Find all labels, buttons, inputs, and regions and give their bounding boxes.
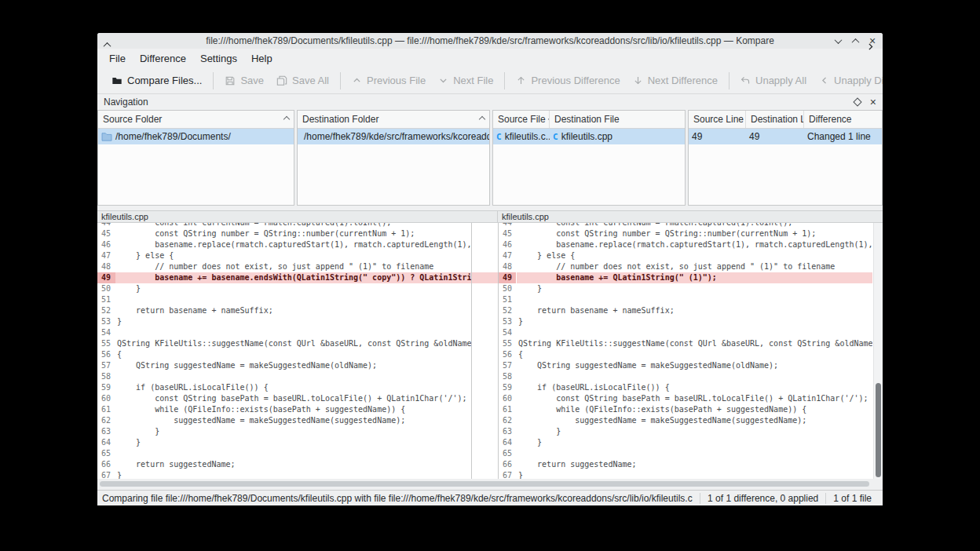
code-line <box>517 327 872 338</box>
line-number: 44 <box>97 223 115 228</box>
previous-file-button[interactable]: Previous File <box>346 71 432 90</box>
line-number: 58 <box>499 371 516 382</box>
cpp-file-icon: C <box>553 132 558 142</box>
line-number: 46 <box>97 239 115 250</box>
previous-difference-button[interactable]: Previous Difference <box>510 71 626 90</box>
source-line-column-header[interactable]: Source Line <box>689 111 746 128</box>
destination-folder-row[interactable]: /home/fhek789/kde/src/frameworks/kcoread… <box>298 129 489 144</box>
horizontal-scrollbar-thumb[interactable] <box>100 481 869 487</box>
code-line: const QString number = QString::number(c… <box>115 228 471 239</box>
compare-files-button[interactable]: Compare Files... <box>105 71 208 90</box>
code-line: return suggestedName; <box>517 459 872 470</box>
line-number: 60 <box>499 393 516 404</box>
line-number: 65 <box>499 448 516 459</box>
toolbar-separator <box>340 72 341 89</box>
line-number: 56 <box>97 349 115 360</box>
menu-settings[interactable]: Settings <box>193 50 244 67</box>
right-code: const int currentNum = rmatch.captured(1… <box>517 223 872 479</box>
menu-difference[interactable]: Difference <box>133 50 193 67</box>
line-number: 67 <box>499 470 516 479</box>
line-number: 61 <box>97 404 115 415</box>
source-folder-column-header[interactable]: Source Folder <box>98 111 294 128</box>
line-number: 54 <box>97 327 115 338</box>
source-file-column-header[interactable]: Source File <box>493 111 550 128</box>
unapply-difference-button[interactable]: Unapply Difference <box>813 71 883 90</box>
save-all-button[interactable]: Save All <box>270 71 335 90</box>
window-title: file:///home/fhek789/Documents/kfileutil… <box>97 35 883 46</box>
unapply-all-button[interactable]: Unapply All <box>734 71 813 90</box>
file-row[interactable]: C kfileutils.c... C kfileutils.cpp <box>493 129 685 144</box>
source-folder-row[interactable]: /home/fhek789/Documents/ <box>98 129 294 144</box>
code-line: if (baseURL.isLocalFile()) { <box>115 382 471 393</box>
difference-column-header[interactable]: Difference <box>804 111 882 128</box>
line-number: 65 <box>97 448 115 459</box>
code-line <box>115 448 471 459</box>
line-number: 62 <box>97 415 115 426</box>
line-number: 49 <box>499 272 516 283</box>
toolbar-button-label: Previous File <box>367 75 426 86</box>
navigation-panels: Source Folder /home/fhek789/Documents/ D… <box>97 110 883 206</box>
left-pane-title: kfileutils.cpp <box>97 211 498 222</box>
destination-folder-column-header[interactable]: Destination Folder <box>298 111 489 128</box>
dock-close-button[interactable]: × <box>870 97 876 108</box>
code-line: } <box>517 316 872 327</box>
close-icon: × <box>870 96 876 108</box>
code-line <box>517 294 872 305</box>
menu-help[interactable]: Help <box>244 50 280 67</box>
code-line: while (QFileInfo::exists(basePath + sugg… <box>115 404 471 415</box>
vertical-scrollbar[interactable] <box>873 223 883 479</box>
right-gutter: 4445464748495051525354555657585960616263… <box>499 223 516 479</box>
code-line: // number does not exist, so just append… <box>115 261 471 272</box>
save-all-icon <box>276 75 287 86</box>
destination-line-column-header[interactable]: Destination Line <box>746 111 804 128</box>
code-line: basename.replace(rmatch.capturedStart(1)… <box>517 239 872 250</box>
code-line <box>517 448 872 459</box>
toolbar-overflow-icon[interactable] <box>862 38 878 54</box>
line-number: 56 <box>499 349 516 360</box>
code-line <box>517 371 872 382</box>
files-panel: Source File Destination File C kfileutil… <box>492 110 686 206</box>
line-number: 47 <box>499 250 516 261</box>
cpp-file-icon: C <box>496 132 502 142</box>
code-line: } <box>517 437 872 448</box>
code-line: suggestedName = makeSuggestedName(sugges… <box>517 415 872 426</box>
dock-float-button[interactable] <box>854 97 861 108</box>
code-line: } <box>517 283 872 294</box>
minimize-button[interactable] <box>831 34 845 48</box>
navigation-dock-title: Navigation <box>104 97 148 108</box>
chevron-left-icon <box>819 75 829 86</box>
difference-row[interactable]: 49 49 Changed 1 line <box>689 129 882 144</box>
folder-open-icon <box>112 75 122 86</box>
toolbar: Compare Files...SaveSave AllPrevious Fil… <box>97 68 883 94</box>
line-number: 63 <box>97 426 115 437</box>
code-line: { <box>517 349 872 360</box>
status-files: 1 of 1 file <box>833 493 872 504</box>
save-button[interactable]: Save <box>218 71 270 90</box>
menubar: File Difference Settings Help <box>97 49 883 68</box>
line-number: 52 <box>499 305 516 316</box>
right-pane-title: kfileutils.cpp <box>498 211 883 222</box>
titlebar[interactable]: file:///home/fhek789/Documents/kfileutil… <box>97 33 883 49</box>
line-number: 46 <box>499 239 516 250</box>
next-difference-button[interactable]: Next Difference <box>627 71 724 90</box>
line-number: 48 <box>499 261 516 272</box>
destination-file-column-header[interactable]: Destination File <box>550 111 685 128</box>
horizontal-scrollbar[interactable] <box>97 479 883 489</box>
changed-code-line[interactable]: basename += QLatin1String(" (1)"); <box>517 272 872 283</box>
code-line: const int currentNum = rmatch.captured(1… <box>517 223 872 228</box>
vertical-scrollbar-thumb[interactable] <box>876 383 881 477</box>
changed-code-line[interactable]: basename += basename.endsWith(QLatin1Str… <box>115 272 471 283</box>
menu-file[interactable]: File <box>102 50 133 67</box>
float-icon <box>853 97 861 106</box>
code-line: } <box>115 316 471 327</box>
line-number: 51 <box>499 294 516 305</box>
maximize-button[interactable] <box>848 34 862 48</box>
code-line <box>115 327 471 338</box>
code-line: QString suggestedName = makeSuggestedNam… <box>115 360 471 371</box>
line-number: 67 <box>97 470 115 479</box>
next-file-button[interactable]: Next File <box>432 71 499 90</box>
code-line: if (baseURL.isLocalFile()) { <box>517 382 872 393</box>
line-number: 63 <box>499 426 516 437</box>
save-icon <box>225 75 236 86</box>
left-gutter: 4445464748495051525354555657585960616263… <box>97 223 115 479</box>
